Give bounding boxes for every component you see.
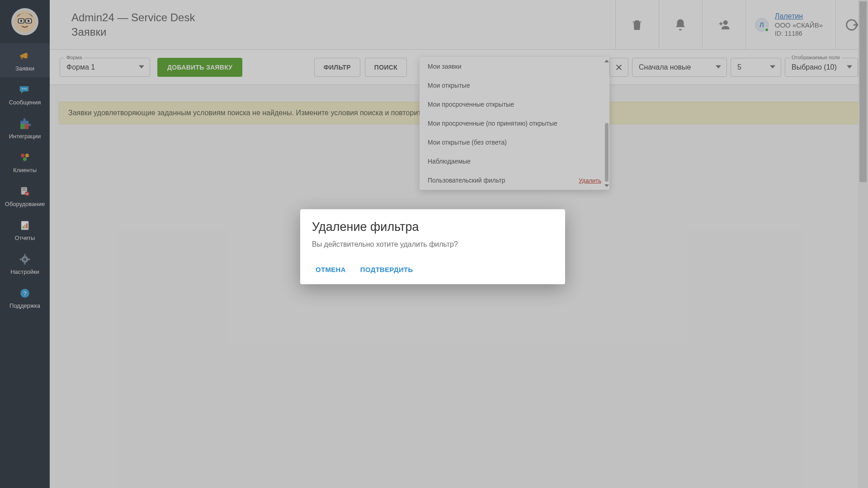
cancel-button[interactable]: ОТМЕНА [314,263,348,276]
confirm-button[interactable]: ПОДТВЕРДИТЬ [359,263,415,276]
modal-body: Вы действительно хотите удалить фильтр? [312,240,553,249]
modal-title: Удаление фильтра [312,220,553,234]
delete-filter-modal: Удаление фильтра Вы действительно хотите… [300,209,565,284]
